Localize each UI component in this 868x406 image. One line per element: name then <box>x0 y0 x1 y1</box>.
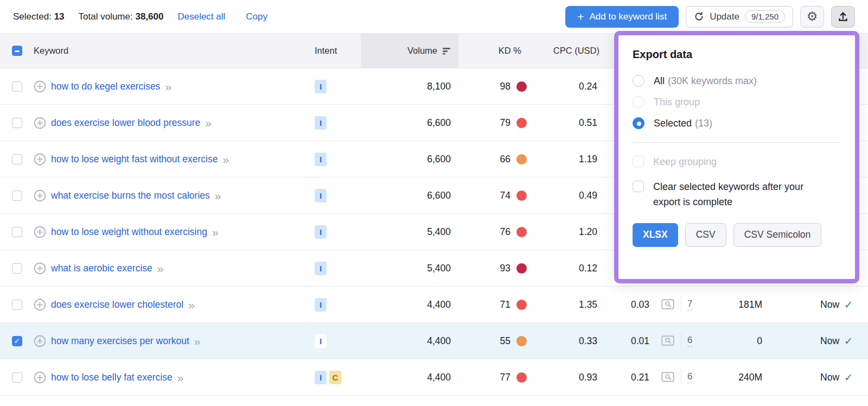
row-checkbox[interactable] <box>12 263 22 274</box>
keyword-link[interactable]: does exercise lower blood pressure <box>51 117 200 129</box>
col-header-cpc[interactable]: CPC (USD) <box>529 46 599 56</box>
add-keyword-plus-icon[interactable] <box>34 299 46 311</box>
results-value: 181M <box>705 299 762 310</box>
intent-badge-i: I <box>315 153 327 166</box>
export-option-selected[interactable]: Selected(13) <box>633 117 841 129</box>
copy-link[interactable]: Copy <box>246 11 267 22</box>
keyword-link[interactable]: how to do kegel exercises <box>51 81 160 92</box>
intent-badges: IC <box>315 371 361 384</box>
keyword-link[interactable]: what exercise burns the most calories <box>51 190 210 201</box>
intent-badge-i: I <box>315 189 327 202</box>
open-keyword-chevrons-icon[interactable]: » <box>194 335 201 347</box>
intent-badges: I <box>315 225 361 239</box>
keyword-link[interactable]: how to lose weight without exercising <box>51 226 207 238</box>
intent-badge-c: C <box>329 371 341 384</box>
com-value: 0.21 <box>599 372 654 383</box>
serp-features-count[interactable]: 7 <box>687 299 692 310</box>
keyword-link[interactable]: how to lose belly fat exercise <box>51 372 173 383</box>
export-option-all[interactable]: All(30K keywords max) <box>633 75 841 87</box>
row-checkbox[interactable] <box>12 227 22 237</box>
intent-badges: I <box>315 116 361 130</box>
open-keyword-chevrons-icon[interactable]: » <box>188 299 195 310</box>
update-button[interactable]: Update 9/1,250 <box>686 6 793 28</box>
row-checkbox[interactable] <box>12 336 22 346</box>
plus-icon: + <box>577 11 584 22</box>
serp-features-count[interactable]: 6 <box>687 335 692 347</box>
intent-badges: I <box>315 80 361 93</box>
add-keyword-plus-icon[interactable] <box>34 189 46 202</box>
keyword-link[interactable]: how to lose weight fast without exercise <box>51 154 218 165</box>
open-keyword-chevrons-icon[interactable]: » <box>165 81 171 92</box>
intent-badges: I <box>315 189 361 202</box>
selection-toolbar: Selected: 13 Total volume: 38,600 Desele… <box>0 0 868 34</box>
kd-value: 77 <box>500 372 510 383</box>
serp-features-count[interactable]: 6 <box>687 371 692 383</box>
col-header-intent[interactable]: Intent <box>315 46 361 56</box>
keep-grouping-checkbox <box>633 156 644 167</box>
row-checkbox[interactable] <box>12 118 22 128</box>
kd-value: 55 <box>500 335 510 347</box>
row-checkbox[interactable] <box>12 154 22 164</box>
select-all-checkbox[interactable] <box>12 46 22 56</box>
cpc-value: 0.12 <box>529 263 599 274</box>
total-volume-value: 38,600 <box>135 11 163 22</box>
com-value: 0.03 <box>599 299 654 310</box>
row-checkbox[interactable] <box>12 191 22 201</box>
updated-value: Now <box>820 299 839 310</box>
open-keyword-chevrons-icon[interactable]: » <box>212 226 219 238</box>
open-keyword-chevrons-icon[interactable]: » <box>222 154 229 165</box>
export-xlsx-button[interactable]: XLSX <box>633 223 678 247</box>
export-button[interactable] <box>831 6 855 28</box>
kd-level-dot <box>516 191 527 201</box>
keyword-link[interactable]: what is aerobic exercise <box>51 263 152 274</box>
open-keyword-chevrons-icon[interactable]: » <box>215 190 221 201</box>
kd-value: 93 <box>500 263 510 274</box>
add-keyword-plus-icon[interactable] <box>34 371 46 384</box>
open-keyword-chevrons-icon[interactable]: » <box>177 372 184 383</box>
kd-value: 71 <box>500 299 510 310</box>
radio-selected[interactable] <box>633 117 644 129</box>
add-to-keyword-list-button[interactable]: + Add to keyword list <box>565 6 679 28</box>
settings-button[interactable]: ⚙ <box>800 6 824 28</box>
row-checkbox[interactable] <box>12 372 22 383</box>
keyword-link[interactable]: how many exercises per workout <box>51 335 189 347</box>
volume-value: 4,400 <box>361 299 458 310</box>
clear-selected-checkbox[interactable] <box>633 181 644 192</box>
open-keyword-chevrons-icon[interactable]: » <box>157 263 164 274</box>
add-keyword-plus-icon[interactable] <box>34 262 46 275</box>
add-keyword-plus-icon[interactable] <box>34 80 46 93</box>
export-csv-button[interactable]: CSV <box>685 223 726 247</box>
kd-value: 66 <box>500 154 510 165</box>
serp-preview-icon[interactable] <box>661 299 675 310</box>
col-header-keyword[interactable]: Keyword <box>34 46 315 56</box>
add-keyword-plus-icon[interactable] <box>34 226 46 238</box>
updated-check-icon: ✓ <box>844 299 853 311</box>
kd-value: 76 <box>500 226 510 238</box>
clear-selected-checkbox-row[interactable]: Clear selected keywords after your expor… <box>633 180 841 210</box>
intent-badge-i: I <box>315 298 327 312</box>
kd-level-dot <box>516 336 527 346</box>
table-row: does exercise lower cholesterol » I 4,40… <box>0 287 868 323</box>
row-checkbox[interactable] <box>12 300 22 310</box>
intent-badge-i: I <box>315 334 327 348</box>
serp-preview-icon[interactable] <box>661 372 675 383</box>
deselect-all-link[interactable]: Deselect all <box>177 11 225 22</box>
add-keyword-plus-icon[interactable] <box>34 335 46 347</box>
cpc-value: 1.35 <box>529 299 599 310</box>
keep-grouping-checkbox-row: Keep grouping <box>633 155 841 170</box>
intent-badge-i: I <box>315 225 327 239</box>
add-keyword-plus-icon[interactable] <box>34 153 46 166</box>
col-header-volume[interactable]: Volume <box>361 34 458 68</box>
col-header-kd[interactable]: KD % <box>458 46 529 56</box>
row-checkbox[interactable] <box>12 81 22 92</box>
open-keyword-chevrons-icon[interactable]: » <box>205 117 212 129</box>
cpc-value: 0.33 <box>529 335 599 347</box>
serp-divider <box>681 296 681 313</box>
keyword-link[interactable]: does exercise lower cholesterol <box>51 299 183 310</box>
updated-value: Now <box>820 335 839 347</box>
radio-all[interactable] <box>633 75 644 87</box>
export-csv-semicolon-button[interactable]: CSV Semicolon <box>733 223 822 247</box>
serp-preview-icon[interactable] <box>661 335 675 347</box>
volume-value: 5,400 <box>361 263 458 274</box>
add-keyword-plus-icon[interactable] <box>34 117 46 129</box>
